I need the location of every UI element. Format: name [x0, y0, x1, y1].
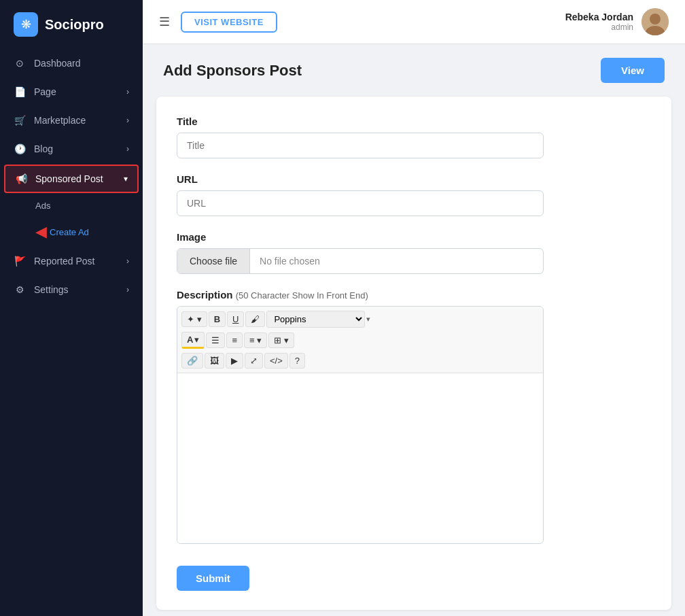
user-info: Rebeka Jordan admin [565, 12, 633, 32]
page-icon: 📄 [14, 86, 26, 98]
marketplace-icon: 🛒 [14, 114, 26, 126]
logo-area: ❋ Sociopro [0, 0, 143, 49]
magic-button[interactable]: ✦ ▾ [181, 311, 207, 327]
sidebar-item-label: Sponsored Post [35, 173, 103, 184]
rte-toolbar: ✦ ▾ B U 🖌 Poppins Arial Times New Roman … [177, 307, 543, 373]
rich-text-editor: ✦ ▾ B U 🖌 Poppins Arial Times New Roman … [177, 306, 544, 544]
sidebar-item-reported-post[interactable]: 🚩 Reported Post › [0, 247, 143, 275]
dashboard-icon: ⊙ [14, 57, 26, 69]
avatar[interactable] [642, 8, 669, 35]
logo-icon: ❋ [14, 12, 38, 37]
topbar-right: Rebeka Jordan admin [565, 8, 669, 35]
image-group: Image Choose file No file chosen [177, 231, 651, 274]
topbar: ☰ VISIT WEBSITE Rebeka Jordan admin [143, 0, 685, 44]
ordered-list-button[interactable]: ≡ [226, 332, 243, 348]
title-group: Title [177, 116, 651, 158]
sidebar-item-label: Dashboard [34, 58, 81, 69]
sidebar-sub-item-create-ad[interactable]: ◀ Create Ad [0, 217, 143, 247]
page-content: Add Sponsors Post View Title URL Image C… [143, 44, 685, 616]
url-input[interactable] [177, 190, 544, 216]
rte-body[interactable] [177, 373, 543, 543]
form-card: Title URL Image Choose file No file chos… [156, 97, 671, 610]
file-input-wrapper: Choose file No file chosen [177, 248, 544, 274]
blog-icon: 🕐 [14, 143, 26, 155]
toolbar-row-2: A ▾ ☰ ≡ ≡ ▾ ⊞ ▾ [181, 330, 539, 350]
red-arrow-icon: ◀ [35, 223, 47, 241]
sub-label: Create Ad [50, 227, 89, 237]
sub-label: Ads [35, 201, 50, 211]
toolbar-row-3: 🔗 🖼 ▶ ⤢ </> ? [181, 352, 539, 370]
sidebar-item-blog[interactable]: 🕐 Blog › [0, 135, 143, 163]
sidebar-item-page[interactable]: 📄 Page › [0, 78, 143, 106]
chevron-down-icon: ▾ [124, 174, 128, 184]
title-label: Title [177, 116, 651, 127]
video-button[interactable]: ▶ [226, 353, 243, 369]
user-name: Rebeka Jordan [565, 12, 633, 22]
underline-button[interactable]: U [227, 311, 244, 327]
code-button[interactable]: </> [264, 353, 288, 369]
chevron-right-icon: › [126, 285, 129, 294]
sponsored-post-icon: 📢 [15, 173, 27, 185]
sidebar: ❋ Sociopro ⊙ Dashboard 📄 Page › 🛒 Market… [0, 0, 143, 616]
chevron-right-icon: › [126, 87, 129, 97]
font-arrow-icon: ▾ [366, 315, 370, 324]
text-color-button[interactable]: A ▾ [181, 332, 205, 349]
sidebar-item-label: Page [34, 86, 56, 97]
align-button[interactable]: ≡ ▾ [244, 332, 267, 348]
toolbar-row-1: ✦ ▾ B U 🖌 Poppins Arial Times New Roman … [181, 309, 539, 329]
sidebar-item-marketplace[interactable]: 🛒 Marketplace › [0, 106, 143, 135]
eraser-button[interactable]: 🖌 [245, 311, 265, 327]
sidebar-item-label: Reported Post [34, 256, 95, 267]
logo-text: Sociopro [45, 17, 104, 33]
sidebar-item-label: Settings [34, 284, 69, 295]
page-title: Add Sponsors Post [163, 62, 302, 80]
help-button[interactable]: ? [289, 353, 305, 369]
choose-file-button[interactable]: Choose file [177, 249, 250, 273]
image-button[interactable]: 🖼 [205, 353, 224, 369]
view-button[interactable]: View [601, 58, 665, 83]
image-label: Image [177, 231, 651, 243]
url-group: URL [177, 173, 651, 216]
unordered-list-button[interactable]: ☰ [206, 332, 225, 348]
sidebar-sub-item-ads[interactable]: Ads [0, 194, 143, 217]
description-label: Description (50 Character Show In Front … [177, 289, 651, 301]
fullscreen-button[interactable]: ⤢ [245, 353, 263, 369]
sidebar-item-settings[interactable]: ⚙ Settings › [0, 275, 143, 304]
table-button[interactable]: ⊞ ▾ [268, 332, 294, 348]
svg-point-1 [650, 14, 661, 24]
chevron-right-icon: › [126, 144, 129, 154]
url-label: URL [177, 173, 651, 185]
bold-button[interactable]: B [209, 311, 226, 327]
description-group: Description (50 Character Show In Front … [177, 289, 651, 544]
title-input[interactable] [177, 133, 544, 158]
main-content: ☰ VISIT WEBSITE Rebeka Jordan admin Add … [143, 0, 685, 616]
description-note: (50 Character Show In Front End) [236, 290, 368, 301]
hamburger-icon[interactable]: ☰ [159, 14, 170, 29]
sidebar-item-sponsored-post[interactable]: 📢 Sponsored Post ▾ [4, 165, 139, 193]
sidebar-item-label: Blog [34, 143, 53, 154]
user-role: admin [565, 22, 633, 32]
reported-post-icon: 🚩 [14, 255, 26, 267]
sidebar-item-label: Marketplace [34, 115, 86, 126]
chevron-right-icon: › [126, 256, 129, 266]
file-name-text: No file chosen [250, 249, 330, 273]
font-select[interactable]: Poppins Arial Times New Roman [266, 311, 365, 328]
visit-website-button[interactable]: VISIT WEBSITE [181, 12, 277, 33]
chevron-right-icon: › [126, 116, 129, 125]
link-button[interactable]: 🔗 [181, 353, 203, 369]
settings-icon: ⚙ [14, 284, 26, 296]
page-header: Add Sponsors Post View [143, 44, 685, 97]
sidebar-item-dashboard[interactable]: ⊙ Dashboard [0, 49, 143, 78]
submit-button[interactable]: Submit [177, 566, 249, 591]
